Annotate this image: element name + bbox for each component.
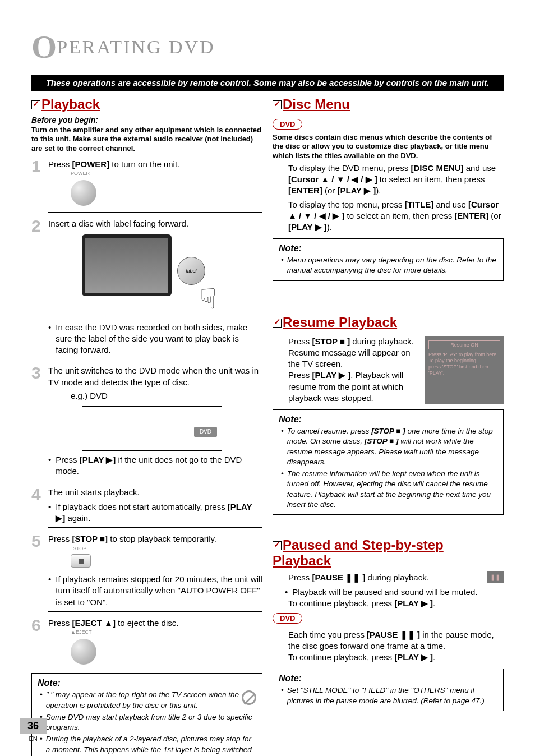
t: Disc Menu <box>283 96 350 112</box>
discmenu-p2: To display the top menu, press [TITLE] a… <box>288 199 504 233</box>
t: Press <box>48 159 72 169</box>
playback-note: Note: •" " may appear at the top-right o… <box>31 673 262 756</box>
step-5: 5 Press [STOP ■] to stop playback tempor… <box>31 533 262 611</box>
page-number: 36 <box>20 718 47 734</box>
section-resume-title: Resume Playback <box>273 315 504 330</box>
paused-note: Note: •Set "STILL MODE" to "FIELD" in th… <box>273 669 504 711</box>
discmenu-note: Note: •Menu operations may vary dependin… <box>273 238 504 280</box>
note-title: Note: <box>279 243 497 253</box>
discmenu-p1: To display the DVD menu, press [DISC MEN… <box>288 163 504 197</box>
dropcap: O <box>31 29 57 65</box>
section-playback-title: Playback <box>31 96 262 112</box>
step-number: 6 <box>31 617 43 668</box>
resume-text: Press [STOP ■ ] during playback. Resume … <box>288 336 418 404</box>
eject-button-illustration <box>71 639 96 665</box>
step-number: 3 <box>31 365 43 481</box>
playback-intro: Turn on the amplifier and any other equi… <box>31 126 262 153</box>
section-discmenu-title: Disc Menu <box>273 96 504 112</box>
t: Insert a disc with label facing forward. <box>48 219 188 228</box>
stop-label: STOP <box>73 545 262 552</box>
t: In case the DVD was recorded on both sid… <box>56 322 262 356</box>
t: to turn on the unit. <box>109 159 179 169</box>
osd-title: Resume ON <box>428 340 500 350</box>
check-icon <box>273 100 282 109</box>
dvd-tag: DVD <box>273 613 302 624</box>
disc-label: label <box>186 268 196 274</box>
lang-label: EN <box>20 735 47 742</box>
step-number: 2 <box>31 218 43 359</box>
stop-button-illustration <box>71 554 91 568</box>
chapter-title: OPERATING DVD <box>31 28 504 68</box>
t: Playback will be paused and sound will b… <box>292 587 477 598</box>
dvd-tag: DVD <box>194 427 217 437</box>
eg-label: e.g.) DVD <box>71 390 262 402</box>
t: " " may appear at the top-right on the T… <box>46 690 256 710</box>
info-banner: These operations are accessible by remot… <box>31 75 504 91</box>
power-label: POWER <box>71 170 262 177</box>
t: The unit starts playback. <box>48 487 140 497</box>
pause-osd-icon: ❚❚ <box>487 571 504 583</box>
t: The resume information will be kept even… <box>287 469 497 510</box>
hand-icon: ☟ <box>200 280 216 319</box>
step-2: 2 Insert a disc with label facing forwar… <box>31 218 262 359</box>
t: Resume Playback <box>283 315 397 330</box>
playback-title-text: Playback <box>41 96 100 112</box>
check-icon <box>273 319 282 328</box>
dvd-screen-illustration: DVD <box>82 406 222 451</box>
step-number: 4 <box>31 487 43 528</box>
resume-osd: Resume ON Press 'PLAY' to play from here… <box>425 336 504 404</box>
step-number: 1 <box>31 159 43 213</box>
section-paused-title: Paused and Step-by-step Playback <box>273 537 504 569</box>
step-3: 3 The unit switches to the DVD mode when… <box>31 365 262 481</box>
t: Press [EJECT ▲] to eject the disc. <box>48 618 178 628</box>
left-column: Playback Before you begin: Turn on the a… <box>31 96 262 756</box>
t: Menu operations may vary depending on th… <box>287 255 497 275</box>
tv-insert-illustration: label ☟ <box>82 234 228 319</box>
t: Paused and Step-by-step Playback <box>273 537 444 568</box>
step-4: 4 The unit starts playback. •If playback… <box>31 487 262 528</box>
page-footer: 36 EN <box>20 718 47 742</box>
t: If playback remains stopped for 20 minut… <box>56 574 262 608</box>
t: To cancel resume, press [STOP ■ ] one mo… <box>287 426 497 467</box>
discmenu-intro: Some discs contain disc menus which desc… <box>273 133 504 160</box>
check-icon <box>31 100 40 109</box>
note-title: Note: <box>38 678 256 688</box>
paused-p2: Each time you press [PAUSE ❚❚ ] in the p… <box>288 629 504 663</box>
t: The unit switches to the DVD mode when t… <box>48 366 259 386</box>
step-number: 5 <box>31 533 43 611</box>
note-title: Note: <box>279 674 497 684</box>
note-title: Note: <box>279 414 497 425</box>
osd-body: Press 'PLAY' to play from here. To play … <box>428 352 500 376</box>
paused-p1: ❚❚ Press [PAUSE ❚❚ ] during playback. •P… <box>288 572 504 610</box>
t: Some DVD may start playback from title 2… <box>46 712 256 732</box>
t: During the playback of a 2-layered disc,… <box>46 734 256 756</box>
power-button-illustration <box>71 180 96 206</box>
t: Press [PLAY ▶] if the unit does not go t… <box>56 454 262 477</box>
resume-note: Note: •To cancel resume, press [STOP ■ ]… <box>273 409 504 515</box>
chapter-rest: PERATING DVD <box>57 36 215 57</box>
before-begin: Before you begin: <box>31 116 262 125</box>
step-1: 1 Press [POWER] to turn on the unit. POW… <box>31 159 262 213</box>
check-icon <box>273 541 282 550</box>
t: If playback does not start automatically… <box>56 501 262 524</box>
power-key: [POWER] <box>72 159 110 169</box>
eject-label: ▲EJECT <box>71 629 262 635</box>
right-column: Disc Menu DVD Some discs contain disc me… <box>273 96 504 756</box>
t: Set "STILL MODE" to "FIELD" in the "OTHE… <box>287 685 497 706</box>
t: Press [STOP ■] to stop playback temporar… <box>48 534 216 543</box>
dvd-tag: DVD <box>273 119 302 130</box>
step-6: 6 Press [EJECT ▲] to eject the disc. ▲EJ… <box>31 617 262 668</box>
